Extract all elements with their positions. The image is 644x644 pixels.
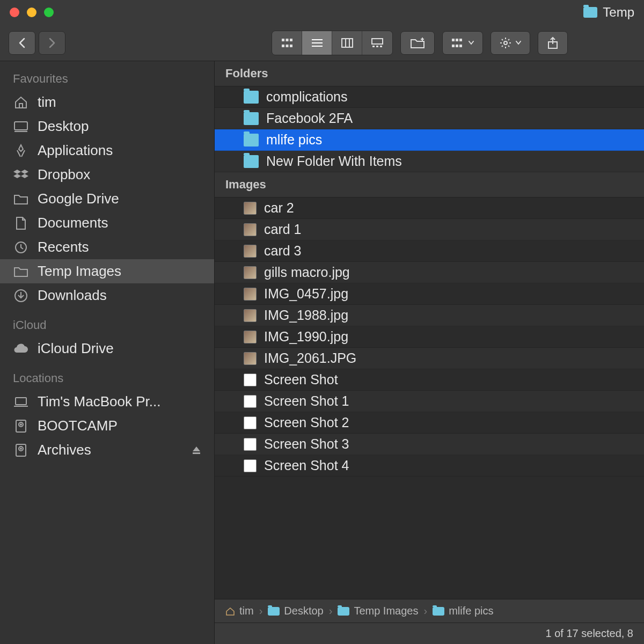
sidebar-item-label: Temp Images (38, 263, 121, 280)
file-thumbnail-icon (244, 288, 257, 301)
zoom-window-button[interactable] (44, 8, 54, 17)
file-thumbnail-icon (244, 266, 257, 279)
action-menu-button[interactable] (491, 31, 530, 55)
sidebar-item-temp-images[interactable]: Temp Images (0, 259, 214, 283)
file-row[interactable]: Screen Shot 3 (215, 434, 644, 455)
back-button[interactable] (9, 31, 35, 55)
sidebar-item-label: BOOTCAMP (38, 418, 118, 434)
sidebar-item-label: Recents (38, 239, 89, 255)
svg-point-45 (20, 448, 21, 449)
svg-rect-39 (16, 398, 26, 405)
sidebar-item-downloads[interactable]: Downloads (0, 283, 214, 308)
file-row[interactable]: IMG_0457.jpg (215, 283, 644, 305)
svg-rect-12 (372, 39, 383, 44)
sidebar-item-icloud-drive[interactable]: iCloud Drive (0, 336, 214, 361)
sidebar-item-tim-s-macbook-pr-[interactable]: Tim's MacBook Pr... (0, 390, 214, 414)
home-icon (13, 96, 29, 109)
file-thumbnail-icon (244, 223, 257, 236)
chevron-right-icon: › (329, 605, 333, 617)
file-row[interactable]: Screen Shot 4 (215, 455, 644, 477)
chevron-right-icon: › (259, 605, 263, 617)
window-controls (10, 8, 54, 17)
toolbar (0, 25, 644, 61)
svg-rect-34 (19, 104, 23, 108)
breadcrumb-label: tim (239, 605, 254, 617)
file-row[interactable]: IMG_1988.jpg (215, 305, 644, 326)
folder-icon (338, 607, 349, 616)
file-thumbnail-icon (244, 416, 257, 429)
file-name: IMG_2061.JPG (264, 350, 356, 366)
desktop-icon (13, 120, 29, 134)
close-window-button[interactable] (10, 8, 19, 17)
sidebar-item-tim[interactable]: tim (0, 90, 214, 114)
breadcrumb-item[interactable]: Temp Images (338, 605, 418, 617)
view-mode-selector (272, 31, 393, 55)
sidebar-item-google-drive[interactable]: Google Drive (0, 187, 214, 211)
list-view-button[interactable] (302, 31, 332, 55)
sidebar-item-archives[interactable]: Archives (0, 438, 214, 462)
file-row[interactable]: gills macro.jpg (215, 262, 644, 283)
svg-rect-23 (459, 45, 462, 47)
share-button[interactable] (538, 31, 568, 55)
folder-row[interactable]: Facebook 2FA (215, 108, 644, 129)
breadcrumb-item[interactable]: Desktop (268, 605, 323, 617)
folder-icon (268, 607, 280, 616)
svg-rect-3 (282, 45, 284, 47)
sidebar-item-recents[interactable]: Recents (0, 235, 214, 259)
breadcrumb-item[interactable]: tim (225, 605, 254, 617)
file-row[interactable]: Screen Shot (215, 369, 644, 391)
file-row[interactable]: IMG_2061.JPG (215, 348, 644, 369)
svg-rect-9 (342, 39, 353, 47)
minimize-window-button[interactable] (27, 8, 36, 17)
sidebar-item-dropbox[interactable]: Dropbox (0, 163, 214, 187)
svg-rect-22 (456, 45, 458, 47)
path-bar: tim›Desktop›Temp Images›mlife pics (215, 599, 644, 623)
svg-rect-19 (456, 39, 458, 41)
file-row[interactable]: card 1 (215, 219, 644, 240)
sidebar-item-label: Downloads (38, 287, 107, 304)
new-folder-button[interactable] (400, 31, 435, 55)
svg-rect-21 (452, 45, 455, 47)
folder-row[interactable]: complications (215, 86, 644, 108)
folder-icon (583, 7, 597, 18)
disk-icon (13, 419, 29, 433)
file-row[interactable]: IMG_1990.jpg (215, 326, 644, 348)
breadcrumb-item[interactable]: mlife pics (433, 605, 493, 617)
sidebar-item-desktop[interactable]: Desktop (0, 114, 214, 138)
folder-row[interactable]: New Folder With Items (215, 151, 644, 172)
file-name: mlife pics (266, 132, 322, 148)
svg-line-32 (508, 39, 509, 40)
sidebar-item-applications[interactable]: Applications (0, 138, 214, 163)
group-by-button[interactable] (442, 31, 483, 55)
file-name: car 2 (264, 200, 294, 216)
file-row[interactable]: card 3 (215, 240, 644, 262)
svg-line-30 (508, 46, 509, 47)
sidebar[interactable]: FavouritestimDesktopApplicationsDropboxG… (0, 61, 215, 644)
disk-icon (13, 443, 29, 457)
forward-button[interactable] (39, 31, 65, 55)
titlebar: Temp (0, 0, 644, 25)
sidebar-item-label: iCloud Drive (38, 340, 114, 357)
folder-row[interactable]: mlife pics (215, 129, 644, 151)
share-icon (547, 36, 558, 49)
eject-icon[interactable] (192, 445, 201, 455)
file-row[interactable]: Screen Shot 2 (215, 412, 644, 434)
sidebar-item-bootcamp[interactable]: BOOTCAMP (0, 414, 214, 438)
nav-buttons (9, 31, 65, 55)
file-row[interactable]: Screen Shot 1 (215, 391, 644, 412)
sidebar-item-label: Applications (38, 142, 113, 159)
svg-point-42 (20, 424, 21, 425)
column-view-button[interactable] (332, 31, 362, 55)
sidebar-item-documents[interactable]: Documents (0, 211, 214, 235)
window-title: Temp (583, 5, 634, 20)
svg-rect-18 (452, 39, 455, 41)
gallery-view-button[interactable] (362, 31, 392, 55)
file-name: IMG_1990.jpg (264, 329, 348, 345)
svg-rect-20 (459, 39, 462, 41)
icon-view-button[interactable] (272, 31, 302, 55)
doc-icon (13, 216, 29, 230)
finder-window: Temp (0, 0, 644, 644)
file-thumbnail-icon (244, 352, 257, 365)
file-row[interactable]: car 2 (215, 197, 644, 219)
file-list[interactable]: FolderscomplicationsFacebook 2FAmlife pi… (215, 61, 644, 599)
